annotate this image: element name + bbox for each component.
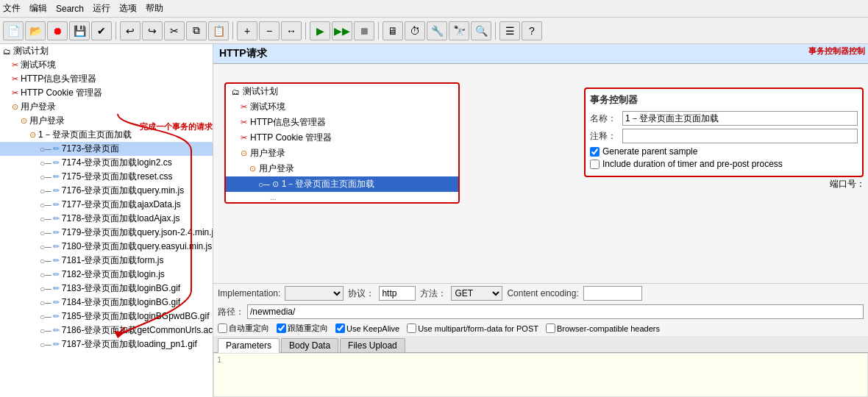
encoding-input[interactable] <box>583 286 642 301</box>
popup-plan-icon: 🗂 <box>232 87 240 96</box>
tree-item-7178[interactable]: ○─ ✏ 7178-登录页面加载loadAjax.js <box>0 212 213 226</box>
tree-item-7180[interactable]: ○─ ✏ 7180-登录页面加载query.easyui.min.js <box>0 240 213 254</box>
tree-item-7185[interactable]: ○─ ✏ 7185-登录页面加载loginBGpwdBG.gif <box>0 310 213 323</box>
item-7178-icon: ✏ <box>53 214 60 223</box>
tree-http-header[interactable]: ✂ HTTP信息头管理器 <box>0 72 213 86</box>
multipart-label[interactable]: Use multipart/form-data for POST <box>407 323 538 333</box>
env-label: 测试环境 <box>21 59 56 71</box>
tree-item-7177[interactable]: ○─ ✏ 7177-登录页面加载ajaxData.js <box>0 198 213 212</box>
tree-item-7174[interactable]: ○─ ✏ 7174-登录页面加载login2.cs <box>0 156 213 170</box>
env-icon: ✂ <box>12 60 18 70</box>
toolbar-remove-btn[interactable]: − <box>259 21 280 40</box>
toolbar-copy-btn[interactable]: ⧉ <box>186 21 207 40</box>
item-7177-label: 7177-登录页面加载ajaxData.js <box>62 198 181 211</box>
tab-body-data[interactable]: Body Data <box>281 338 338 352</box>
path-input[interactable] <box>247 304 864 319</box>
toolbar-check-btn[interactable]: ✔ <box>91 21 112 40</box>
item-7187-label: 7187-登录页面加载loading_pn1.gif <box>62 338 197 351</box>
menu-bar: 文件 编辑 Search 运行 选项 帮助 <box>0 0 868 18</box>
tree-plan[interactable]: 🗂 测试计划 <box>0 44 213 58</box>
popup-plan[interactable]: 🗂 测试计划 <box>226 84 458 99</box>
item-7184-prefix: ○─ <box>40 298 51 308</box>
tree-item-7186[interactable]: ○─ ✏ 7186-登录页面加载getCommonUrls.action <box>0 323 213 337</box>
toolbar-help-btn[interactable]: ? <box>522 21 542 40</box>
toolbar-search-btn[interactable]: 🔍 <box>471 21 491 40</box>
menu-search[interactable]: Search <box>56 4 84 14</box>
popup-env[interactable]: ✂ 测试环境 <box>226 99 458 115</box>
tree-item-7183[interactable]: ○─ ✏ 7183-登录页面加载loginBG.gif <box>0 282 213 296</box>
auto-redirect-checkbox[interactable] <box>218 323 227 333</box>
toolbar-new-btn[interactable]: 📄 <box>3 21 24 40</box>
follow-redirect-label[interactable]: 跟随重定向 <box>277 323 328 334</box>
generate-parent-checkbox[interactable] <box>590 147 600 157</box>
menu-help[interactable]: 帮助 <box>146 2 163 15</box>
tree-http-cookie[interactable]: ✂ HTTP Cookie 管理器 <box>0 86 213 100</box>
menu-options[interactable]: 选项 <box>119 2 137 15</box>
toolbar-list-btn[interactable]: ☰ <box>499 21 520 40</box>
auto-redirect-label[interactable]: 自动重定向 <box>218 323 269 334</box>
toolbar: 📄 📂 ⏺ 💾 ✔ ↩ ↪ ✂ ⧉ 📋 + − ↔ ▶ ▶▶ ⏹ 🖥 ⏱ 🔧 🔭… <box>0 18 868 44</box>
popup-user-login2[interactable]: ⊙ 用户登录 <box>226 161 458 176</box>
toolbar-add-btn[interactable]: + <box>237 21 257 40</box>
popup-more-items: ... <box>226 192 458 202</box>
toolbar-undo-btn[interactable]: ↩ <box>120 21 140 40</box>
browser-compat-label[interactable]: Browser-compatible headers <box>546 323 660 333</box>
toolbar-save-btn[interactable]: 💾 <box>69 21 90 40</box>
toolbar-remote-btn[interactable]: 🖥 <box>383 21 403 40</box>
comment-input[interactable] <box>622 129 858 143</box>
item-7183-prefix: ○─ <box>40 284 51 294</box>
toolbar-stop-btn[interactable]: ⏹ <box>354 21 374 40</box>
include-duration-checkbox[interactable] <box>590 160 600 169</box>
toolbar-redo-btn[interactable]: ↪ <box>142 21 163 40</box>
item-7182-icon: ✏ <box>53 270 60 279</box>
toolbar-paste-btn[interactable]: 📋 <box>208 21 229 40</box>
popup-http-header-label: HTTP信息头管理器 <box>250 116 326 129</box>
browser-compat-checkbox[interactable] <box>546 323 555 333</box>
tree-item-7187[interactable]: ○─ ✏ 7187-登录页面加载loading_pn1.gif <box>0 337 213 351</box>
multipart-checkbox[interactable] <box>407 323 416 333</box>
tree-env[interactable]: ✂ 测试环境 <box>0 58 213 72</box>
implementation-select[interactable] <box>285 286 344 301</box>
menu-run[interactable]: 运行 <box>93 2 110 15</box>
menu-edit[interactable]: 编辑 <box>29 2 47 15</box>
toolbar-sep5 <box>495 22 496 40</box>
toolbar-record-btn[interactable]: ⏺ <box>47 21 68 40</box>
popup-env-icon: ✂ <box>241 102 247 112</box>
toolbar-cut-btn[interactable]: ✂ <box>164 21 185 40</box>
popup-page-load[interactable]: ○─ ⊙ 1－登录页面主页面加载 <box>226 176 458 192</box>
menu-file[interactable]: 文件 <box>3 2 21 15</box>
tree-item-7179[interactable]: ○─ ✏ 7179-登录页面加载query.json-2.4.min.js <box>0 226 213 240</box>
tree-item-7182[interactable]: ○─ ✏ 7182-登录页面加载login.js <box>0 268 213 282</box>
protocol-input[interactable] <box>379 286 416 301</box>
name-input[interactable] <box>622 111 858 126</box>
popup-user-login[interactable]: ⊙ 用户登录 <box>226 146 458 161</box>
toolbar-open-btn[interactable]: 📂 <box>25 21 46 40</box>
generate-parent-row: Generate parent sample <box>590 146 858 157</box>
tab-files-upload[interactable]: Files Upload <box>340 338 405 352</box>
toolbar-expand-btn[interactable]: ↔ <box>281 21 302 40</box>
toolbar-tools-btn[interactable]: 🔧 <box>427 21 447 40</box>
tree-item-7176[interactable]: ○─ ✏ 7176-登录页面加载query.min.js <box>0 184 213 198</box>
popup-http-cookie[interactable]: ✂ HTTP Cookie 管理器 <box>226 130 458 146</box>
http-form-bottom: Implementation: 协议： 方法： GET POST Content… <box>213 283 868 397</box>
toolbar-run-btn[interactable]: ▶ <box>310 21 330 40</box>
follow-redirect-checkbox[interactable] <box>277 323 286 333</box>
tree-item-7173[interactable]: ○─ ✏ 7173-登录页面 <box>0 142 213 156</box>
tree-item-7175[interactable]: ○─ ✏ 7175-登录页面加载reset.css <box>0 170 213 184</box>
tab-parameters[interactable]: Parameters <box>218 338 280 353</box>
right-annotation: 事务控制器控制 <box>808 46 865 57</box>
tree-user-login-group[interactable]: ⊙ 用户登录 <box>0 100 213 114</box>
item-7184-icon: ✏ <box>53 298 60 307</box>
method-select[interactable]: GET POST <box>451 286 502 301</box>
tree-item-7184[interactable]: ○─ ✏ 7184-登录页面加载loginBG.gif <box>0 296 213 310</box>
popup-http-header[interactable]: ✂ HTTP信息头管理器 <box>226 115 458 130</box>
item-7179-prefix: ○─ <box>40 228 51 238</box>
toolbar-run-all-btn[interactable]: ▶▶ <box>332 21 352 40</box>
toolbar-binoculars-btn[interactable]: 🔭 <box>449 21 469 40</box>
toolbar-timer-btn[interactable]: ⏱ <box>405 21 425 40</box>
keepalive-label[interactable]: Use KeepAlive <box>335 323 399 333</box>
toolbar-sep4 <box>378 22 379 40</box>
keepalive-checkbox[interactable] <box>335 323 345 333</box>
popup-http-header-icon: ✂ <box>241 118 247 127</box>
tree-item-7181[interactable]: ○─ ✏ 7181-登录页面加载form.js <box>0 254 213 268</box>
